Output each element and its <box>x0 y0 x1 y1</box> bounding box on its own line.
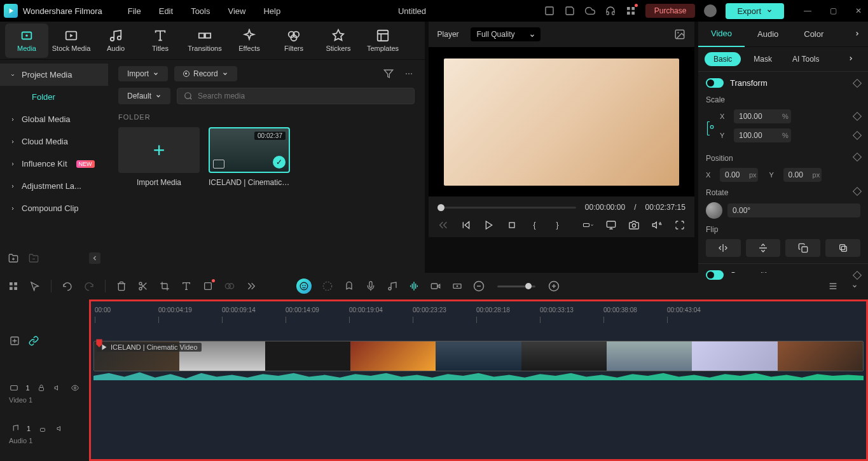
lock-aspect-icon[interactable] <box>706 119 716 138</box>
subtab-ai-tools[interactable]: AI Tools <box>785 52 827 66</box>
timeline-clip[interactable]: ICELAND | Cinematic Video <box>93 341 864 371</box>
pos-x-input[interactable] <box>720 168 758 182</box>
snapshot-icon-tl[interactable] <box>451 280 463 292</box>
subtab-mask[interactable]: Mask <box>746 52 780 66</box>
preview-canvas[interactable] <box>429 47 694 196</box>
voiceover-icon[interactable] <box>365 280 376 292</box>
scale-y-input[interactable] <box>734 128 791 142</box>
playhead-icon[interactable] <box>95 338 104 352</box>
link-track-icon[interactable] <box>28 335 39 347</box>
mute-icon[interactable] <box>53 382 63 394</box>
filter-icon[interactable] <box>383 68 394 79</box>
sidebar-item-project-media[interactable]: Project Media <box>0 64 108 86</box>
paste-button[interactable] <box>825 239 860 257</box>
purchase-button[interactable]: Purchase <box>645 4 696 18</box>
export-button[interactable]: Export <box>726 3 784 19</box>
new-folder-icon[interactable] <box>8 252 19 264</box>
menu-view[interactable]: View <box>228 6 245 16</box>
tab-titles[interactable]: Titles <box>139 24 182 58</box>
zoom-in-icon[interactable] <box>548 280 560 292</box>
import-media-tile[interactable]: + Import Media <box>118 127 200 187</box>
props-tab-more-icon[interactable] <box>846 30 868 39</box>
delete-icon[interactable] <box>116 280 127 292</box>
split-icon[interactable] <box>137 280 149 292</box>
text-icon[interactable] <box>181 280 192 292</box>
adjust-icon[interactable] <box>322 280 333 292</box>
clip-mode-icon[interactable] <box>582 219 594 231</box>
quality-dropdown[interactable]: Full Quality <box>471 27 541 41</box>
sidebar-item-global-media[interactable]: Global Media <box>0 108 108 130</box>
copy-button[interactable] <box>785 239 820 257</box>
media-clip-iceland[interactable]: 00:02:37 ✓ ICELAND | Cinematic ... <box>209 127 290 187</box>
headphone-icon[interactable] <box>605 5 616 17</box>
avatar[interactable] <box>704 4 717 17</box>
sidebar-item-folder[interactable]: Folder <box>0 86 108 108</box>
add-track-icon[interactable] <box>9 335 20 347</box>
props-tab-audio[interactable]: Audio <box>745 22 791 47</box>
cloud-icon[interactable] <box>584 5 596 17</box>
track-manager-icon[interactable] <box>8 280 19 292</box>
props-tab-video[interactable]: Video <box>698 22 745 47</box>
collapse-sidebar-icon[interactable] <box>89 252 100 264</box>
save-icon[interactable] <box>564 5 575 17</box>
mark-in-icon[interactable]: { <box>529 219 541 231</box>
scrubber[interactable] <box>437 207 576 209</box>
cursor-icon[interactable] <box>29 280 41 292</box>
ai-assistant-icon[interactable] <box>296 279 312 294</box>
stop-icon[interactable] <box>506 219 518 231</box>
menu-file[interactable]: File <box>128 6 141 16</box>
tab-templates[interactable]: Templates <box>361 24 404 58</box>
import-dropdown[interactable]: Import <box>118 66 168 81</box>
close-icon[interactable]: ✕ <box>853 5 864 17</box>
search-input[interactable] <box>177 88 415 104</box>
menu-edit[interactable]: Edit <box>159 6 173 16</box>
subtab-basic[interactable]: Basic <box>705 52 741 66</box>
menu-tools[interactable]: Tools <box>191 6 210 16</box>
more-icon[interactable]: ⋯ <box>403 68 415 79</box>
scale-y-keyframe[interactable] <box>854 132 860 139</box>
rotate-keyframe[interactable] <box>854 188 860 197</box>
flip-horizontal-button[interactable] <box>706 239 741 257</box>
sort-dropdown[interactable]: Default <box>118 88 170 104</box>
zoom-fit-icon[interactable] <box>827 280 839 292</box>
minimize-icon[interactable]: — <box>802 5 813 17</box>
sidebar-item-cloud-media[interactable]: Cloud Media <box>0 130 108 153</box>
audio-stretch-icon[interactable] <box>408 280 420 292</box>
snapshot-icon[interactable] <box>674 29 685 40</box>
zoom-slider[interactable] <box>497 286 535 287</box>
rotate-knob[interactable] <box>706 202 722 219</box>
mark-out-icon[interactable]: } <box>552 219 563 231</box>
tab-transitions[interactable]: Transitions <box>183 24 226 58</box>
apps-icon[interactable] <box>625 5 637 17</box>
tab-stickers[interactable]: Stickers <box>317 24 360 58</box>
speed-icon[interactable] <box>202 280 214 292</box>
play-icon[interactable] <box>483 219 495 231</box>
tab-media[interactable]: Media <box>5 24 48 58</box>
undo-icon[interactable] <box>62 280 73 292</box>
sidebar-item-influence-kit[interactable]: Influence KitNEW <box>0 153 108 175</box>
marker-icon[interactable] <box>343 280 355 292</box>
video-track-icon[interactable] <box>9 382 19 394</box>
props-tab-color[interactable]: Color <box>791 22 836 47</box>
audio-track-icon[interactable] <box>9 423 20 434</box>
view-options-icon[interactable] <box>849 280 860 292</box>
record-dropdown[interactable]: Record <box>174 66 237 81</box>
compositing-keyframe[interactable] <box>854 272 860 279</box>
audio-mixer-icon[interactable] <box>387 280 398 292</box>
color-match-icon[interactable] <box>224 280 235 292</box>
rotate-input[interactable] <box>727 203 860 217</box>
tab-stock-media[interactable]: Stock Media <box>50 24 93 58</box>
scale-x-input[interactable] <box>734 109 791 123</box>
sidebar-item-compound-clip[interactable]: Compound Clip <box>0 197 108 219</box>
menu-help[interactable]: Help <box>263 6 280 16</box>
transform-keyframe-icon[interactable] <box>854 80 860 86</box>
layout-icon[interactable] <box>544 5 555 17</box>
delete-folder-icon[interactable] <box>28 252 39 264</box>
position-keyframe[interactable] <box>854 154 860 163</box>
lock-icon[interactable] <box>36 382 46 394</box>
redo-icon[interactable] <box>83 280 95 292</box>
display-icon[interactable] <box>605 219 617 231</box>
pos-y-input[interactable] <box>783 168 822 182</box>
step-back-icon[interactable] <box>460 219 472 231</box>
flip-vertical-button[interactable] <box>746 239 781 257</box>
